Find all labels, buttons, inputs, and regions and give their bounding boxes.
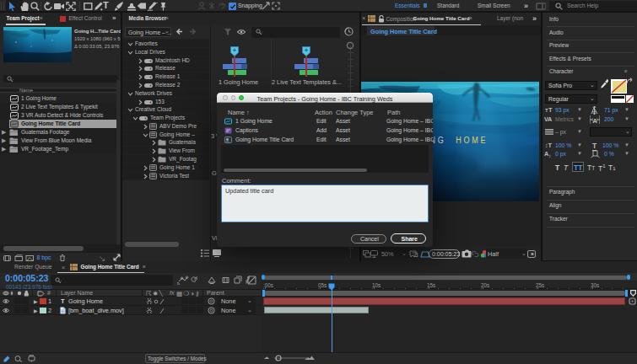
svg-text:HOME: HOME <box>456 134 488 144</box>
svg-text:A: A <box>592 117 597 124</box>
